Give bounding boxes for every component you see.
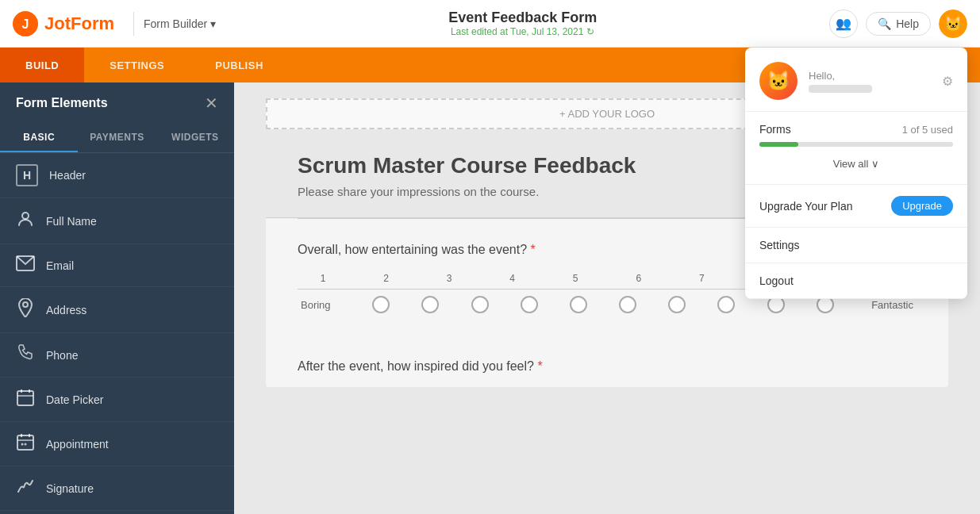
form-builder-chevron-icon: ▾ xyxy=(210,17,216,30)
address-icon xyxy=(16,298,35,321)
users-icon: 👥 xyxy=(836,16,851,31)
header-element-icon: H xyxy=(16,164,38,186)
forms-progress-bar-bg xyxy=(759,142,953,147)
phone-icon xyxy=(16,344,35,366)
header-right: 👥 🔍 Help 🐱 xyxy=(829,10,967,38)
dropdown-avatar-emoji: 🐱 xyxy=(767,70,790,92)
radio-7[interactable] xyxy=(668,296,686,313)
sidebar-item-address[interactable]: Address xyxy=(0,287,234,333)
user-dropdown-panel: 🐱 Hello, ⚙ Forms 1 of 5 used View all ∨ … xyxy=(745,48,967,299)
datepicker-icon xyxy=(16,389,35,410)
sidebar-item-fullname[interactable]: Full Name xyxy=(0,198,234,244)
dropdown-forms-section: Forms 1 of 5 used View all ∨ xyxy=(745,112,967,185)
sidebar-item-fullname-label: Full Name xyxy=(46,215,97,228)
user-avatar[interactable]: 🐱 xyxy=(939,10,967,38)
forms-row: Forms 1 of 5 used xyxy=(759,123,953,136)
sidebar-item-phone-label: Phone xyxy=(46,349,78,362)
upgrade-button[interactable]: Upgrade xyxy=(891,196,953,216)
fullname-icon xyxy=(16,209,35,232)
radio-3[interactable] xyxy=(471,296,489,313)
forms-count: 1 of 5 used xyxy=(902,124,953,136)
logo-area: J JotForm xyxy=(13,11,114,36)
sidebar-item-email[interactable]: Email xyxy=(0,244,234,287)
upgrade-plan-label: Upgrade Your Plan xyxy=(759,200,853,213)
sidebar-tab-basic[interactable]: BASIC xyxy=(0,124,78,152)
scale-num-4: 4 xyxy=(494,273,532,284)
users-icon-button[interactable]: 👥 xyxy=(829,10,858,38)
sidebar-item-header-label: Header xyxy=(49,169,86,182)
signature-icon xyxy=(16,478,35,499)
dropdown-gear-icon[interactable]: ⚙ xyxy=(942,74,953,89)
radio-1[interactable] xyxy=(372,296,390,313)
tab-publish[interactable]: PUBLISH xyxy=(190,48,289,82)
header-divider xyxy=(133,12,134,36)
question2-required-star: * xyxy=(537,359,542,373)
last-edited-text: Last edited at Tue, Jul 13, 2021 ↻ xyxy=(216,26,829,37)
view-all-chevron-icon: ∨ xyxy=(871,158,879,170)
sidebar-tab-widgets[interactable]: WIDGETS xyxy=(156,124,234,152)
question1-required-star: * xyxy=(531,243,536,256)
help-search-icon: 🔍 xyxy=(878,17,891,30)
tab-build[interactable]: BUILD xyxy=(0,48,84,82)
radio-4[interactable] xyxy=(521,296,538,313)
svg-point-16 xyxy=(25,443,27,446)
sidebar-item-appointment-label: Appointment xyxy=(46,438,109,451)
scale-num-2: 2 xyxy=(367,273,405,284)
sidebar-item-phone[interactable]: Phone xyxy=(0,333,234,378)
radio-6[interactable] xyxy=(619,296,636,313)
form-builder-button[interactable]: Form Builder ▾ xyxy=(144,17,216,30)
top-header: J JotForm Form Builder ▾ Event Feedback … xyxy=(0,0,980,48)
dropdown-user-section: 🐱 Hello, ⚙ xyxy=(745,48,967,112)
radio-2[interactable] xyxy=(421,296,439,313)
add-logo-text: + ADD YOUR LOGO xyxy=(559,108,655,120)
svg-rect-11 xyxy=(17,435,33,450)
view-all-button[interactable]: View all ∨ xyxy=(759,155,953,173)
sidebar-item-email-label: Email xyxy=(46,259,74,272)
scale-num-7: 7 xyxy=(682,273,721,284)
sidebar-title: Form Elements xyxy=(16,96,108,110)
sidebar-item-datepicker[interactable]: Date Picker xyxy=(0,378,234,422)
dropdown-hello-text: Hello, xyxy=(809,70,931,82)
svg-point-15 xyxy=(21,443,24,446)
sidebar-item-datepicker-label: Date Picker xyxy=(46,393,103,406)
help-button[interactable]: 🔍 Help xyxy=(866,12,931,36)
jotform-logo-icon: J xyxy=(13,11,38,36)
scale-boring-label: Boring xyxy=(301,299,340,311)
forms-label: Forms xyxy=(759,123,791,136)
avatar-image: 🐱 xyxy=(939,10,967,38)
sidebar-close-button[interactable]: ✕ xyxy=(205,95,218,111)
logout-menu-item[interactable]: Logout xyxy=(745,263,967,299)
email-icon xyxy=(16,255,35,275)
dropdown-avatar: 🐱 xyxy=(759,62,797,100)
form-question2-section: After the event, how inspired did you fe… xyxy=(266,336,948,386)
sidebar-item-signature[interactable]: Signature xyxy=(0,466,234,511)
sidebar-tabs: BASIC PAYMENTS WIDGETS xyxy=(0,124,234,153)
tab-settings[interactable]: SETTINGS xyxy=(84,48,190,82)
svg-text:🐱: 🐱 xyxy=(944,15,963,33)
forms-progress-bar-fill xyxy=(759,142,798,147)
logo-text: JotForm xyxy=(44,13,114,34)
radio-8[interactable] xyxy=(717,296,735,313)
sidebar-header: Form Elements ✕ xyxy=(0,82,234,124)
question2-label: After the event, how inspired did you fe… xyxy=(298,358,917,375)
scale-fantastic-label: Fantastic xyxy=(866,299,913,311)
sidebar-item-header[interactable]: H Header xyxy=(0,153,234,198)
view-all-label: View all xyxy=(833,158,869,170)
svg-rect-7 xyxy=(17,391,33,405)
refresh-icon: ↻ xyxy=(586,26,594,37)
sidebar-item-appointment[interactable]: Appointment xyxy=(0,422,234,466)
scale-num-3: 3 xyxy=(430,273,468,284)
form-title-area: Event Feedback Form Last edited at Tue, … xyxy=(216,10,829,37)
settings-menu-item[interactable]: Settings xyxy=(745,228,967,263)
form-title: Event Feedback Form xyxy=(216,10,829,26)
help-label: Help xyxy=(896,17,919,30)
scale-num-5: 5 xyxy=(556,273,594,284)
dropdown-username-bar xyxy=(809,85,872,93)
form-builder-label: Form Builder xyxy=(144,17,207,30)
sidebar-item-address-label: Address xyxy=(46,304,86,316)
sidebar-tab-payments[interactable]: PAYMENTS xyxy=(78,124,156,152)
radio-5[interactable] xyxy=(570,296,587,313)
scale-num-1: 1 xyxy=(304,273,342,284)
dropdown-user-info: Hello, xyxy=(809,70,931,93)
svg-point-6 xyxy=(23,302,28,307)
